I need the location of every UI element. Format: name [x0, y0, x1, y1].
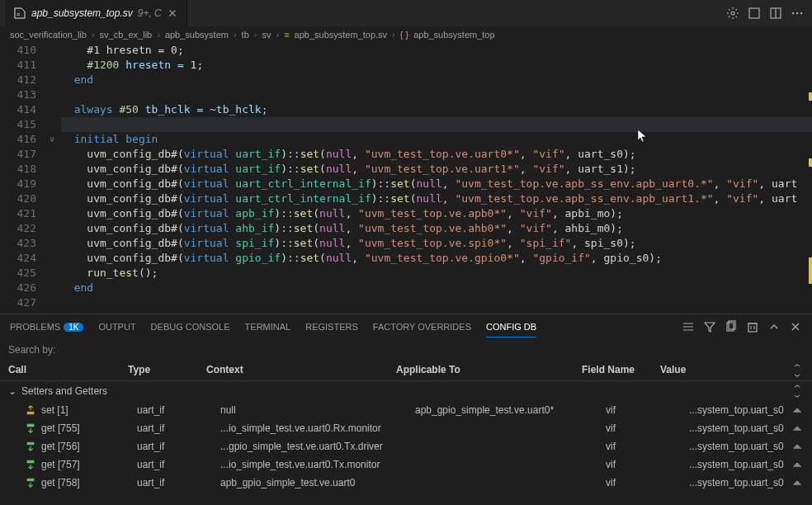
editor-tab[interactable]: ≡ apb_subsystem_top.sv 9+, C: [5, 0, 187, 26]
chevron-right-icon: ›: [157, 30, 160, 40]
fold-marker[interactable]: [50, 221, 61, 236]
svg-rect-2: [749, 8, 759, 18]
more-icon[interactable]: [791, 7, 804, 20]
code-area[interactable]: #1 hresetn = 0; #1200 hresetn = 1; end a…: [61, 43, 812, 314]
cell: ...system_top.uart_s0: [689, 422, 786, 434]
config-db-row[interactable]: set [1]uart_ifnullapb_gpio_simple_test.v…: [0, 401, 812, 419]
fold-marker[interactable]: [50, 251, 61, 266]
column-header[interactable]: Type: [128, 364, 206, 377]
column-header[interactable]: Field Name: [582, 364, 660, 377]
breadcrumb-file[interactable]: apb_subsystem_top.sv: [295, 30, 388, 40]
code-line[interactable]: uvm_config_db#(virtual uart_if)::set(nul…: [61, 147, 812, 162]
code-line[interactable]: always #50 tb_hclk = ~tb_hclk;: [61, 102, 812, 117]
fold-marker[interactable]: [50, 87, 61, 102]
close-panel-icon[interactable]: [789, 320, 802, 333]
fold-marker[interactable]: [50, 295, 61, 310]
breadcrumb-segment[interactable]: soc_verification_lib: [10, 30, 87, 40]
fold-marker[interactable]: [50, 43, 61, 58]
fold-marker[interactable]: [50, 117, 61, 132]
line-numbers: 4104114124134144154164174184194204214224…: [0, 43, 50, 314]
config-db-row[interactable]: get [755]uart_if...io_simple_test.ve.uar…: [0, 419, 812, 437]
fold-marker[interactable]: [50, 281, 61, 295]
code-line[interactable]: [61, 295, 812, 310]
fold-marker[interactable]: [50, 58, 61, 73]
chevron-right-icon: ›: [392, 30, 395, 40]
code-line[interactable]: uvm_config_db#(virtual uart_if)::set(nul…: [61, 162, 812, 177]
minimap[interactable]: [805, 43, 812, 314]
fold-marker[interactable]: [50, 206, 61, 221]
config-db-row[interactable]: get [757]uart_if...io_simple_test.ve.uar…: [0, 455, 812, 474]
config-db-row[interactable]: get [758]uart_ifapb_gpio_simple_test.ve.…: [0, 474, 812, 492]
breadcrumb-segment[interactable]: sv_cb_ex_lib: [100, 30, 153, 40]
breadcrumb[interactable]: soc_verification_lib›sv_cb_ex_lib›apb_su…: [0, 26, 812, 43]
fold-marker[interactable]: [50, 177, 61, 191]
line-number: 421: [0, 206, 36, 221]
panel-tabs: PROBLEMS1KOUTPUTDEBUG CONSOLETERMINALREG…: [0, 314, 812, 339]
clear-icon[interactable]: [746, 320, 759, 333]
code-line[interactable]: uvm_config_db#(virtual gpio_if)::set(nul…: [61, 251, 812, 266]
fold-marker[interactable]: [50, 73, 61, 87]
code-line[interactable]: initial begin: [61, 132, 812, 147]
breadcrumb-segment[interactable]: tb: [242, 30, 249, 40]
table-header: CallTypeContextApplicable ToField NameVa…: [0, 361, 812, 381]
code-line[interactable]: #1200 hresetn = 1;: [61, 58, 812, 73]
fold-marker[interactable]: [50, 266, 61, 281]
panel-tab-debug-console[interactable]: DEBUG CONSOLE: [151, 317, 230, 337]
code-line[interactable]: uvm_config_db#(virtual uart_ctrl_interna…: [61, 177, 812, 191]
fold-column[interactable]: ∨: [50, 43, 61, 314]
editor[interactable]: 4104114124134144154164174184194204214224…: [0, 43, 812, 314]
code-line[interactable]: uvm_config_db#(virtual ahb_if)::set(null…: [61, 221, 812, 236]
column-header[interactable]: Call: [8, 364, 128, 377]
breadcrumb-symbol[interactable]: apb_subsystem_top: [413, 30, 494, 40]
sort-icon[interactable]: [791, 385, 804, 398]
fold-marker[interactable]: [50, 102, 61, 117]
panel-tab-registers[interactable]: REGISTERS: [305, 317, 358, 337]
panel-tab-config-db[interactable]: CONFIG DB: [486, 317, 536, 337]
panel-tab-problems[interactable]: PROBLEMS1K: [10, 317, 83, 337]
panel-actions: [682, 320, 802, 333]
close-icon[interactable]: [167, 7, 178, 19]
panel-tab-output[interactable]: OUTPUT: [98, 317, 135, 337]
split-right-icon[interactable]: [748, 7, 761, 20]
scroll-indicator-icon: [791, 476, 804, 489]
fold-marker[interactable]: [50, 191, 61, 206]
copy-icon[interactable]: [725, 320, 738, 333]
code-line[interactable]: end: [61, 281, 812, 295]
svg-point-1: [731, 12, 734, 15]
fold-marker[interactable]: ∨: [50, 132, 61, 147]
mouse-cursor: [637, 129, 649, 144]
breadcrumb-segment[interactable]: apb_subsystem: [165, 30, 229, 40]
breadcrumb-segment[interactable]: sv: [262, 30, 271, 40]
search-row[interactable]: Search by:: [0, 339, 812, 361]
code-line[interactable]: [61, 117, 812, 132]
code-line[interactable]: uvm_config_db#(virtual apb_if)::set(null…: [61, 206, 812, 221]
cell: uart_if: [137, 441, 215, 452]
fold-marker[interactable]: [50, 162, 61, 177]
code-line[interactable]: run_test();: [61, 266, 812, 281]
column-header[interactable]: Context: [206, 364, 396, 377]
split-editor-icon[interactable]: [769, 7, 782, 20]
code-line[interactable]: #1 hresetn = 0;: [61, 43, 812, 58]
list-icon[interactable]: [682, 320, 695, 333]
section-setters-getters[interactable]: ⌄ Setters and Getters: [0, 381, 812, 401]
filter-icon[interactable]: [703, 320, 716, 333]
column-header[interactable]: Applicable To: [396, 364, 582, 377]
panel-tab-terminal[interactable]: TERMINAL: [245, 317, 291, 337]
svg-rect-14: [27, 460, 35, 464]
fold-marker[interactable]: [50, 147, 61, 162]
sort-icon[interactable]: [791, 364, 804, 377]
cell: vif: [606, 477, 684, 488]
column-header[interactable]: Value: [660, 364, 791, 377]
code-line[interactable]: uvm_config_db#(virtual spi_if)::set(null…: [61, 236, 812, 251]
code-line[interactable]: end: [61, 73, 812, 87]
config-db-row[interactable]: get [756]uart_if...gpio_simple_test.ve.u…: [0, 437, 812, 455]
cell: get [758]: [41, 477, 132, 488]
svg-rect-11: [27, 412, 35, 415]
gear-icon[interactable]: [726, 7, 739, 20]
panel-tab-factory-overrides[interactable]: FACTORY OVERRIDES: [373, 317, 471, 337]
code-line[interactable]: uvm_config_db#(virtual uart_ctrl_interna…: [61, 191, 812, 206]
code-line[interactable]: [61, 87, 812, 102]
chevron-up-icon[interactable]: [767, 320, 781, 333]
fold-marker[interactable]: [50, 236, 61, 251]
cell: ...io_simple_test.ve.uart0.Tx.monitor: [220, 459, 410, 470]
